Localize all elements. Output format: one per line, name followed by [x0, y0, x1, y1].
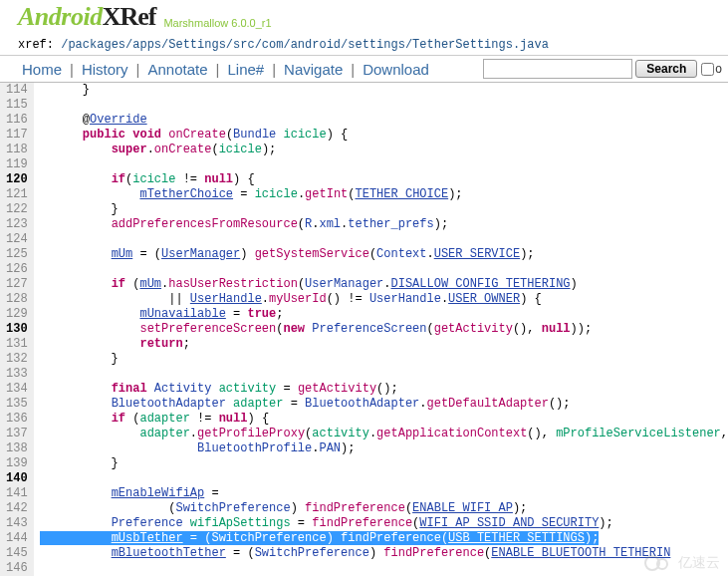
line-number[interactable]: 139 — [6, 456, 28, 471]
code-line[interactable]: return; — [40, 337, 728, 352]
line-number-gutter: 1141151161171181191201211221231241251261… — [0, 83, 34, 576]
line-number[interactable]: 128 — [6, 292, 28, 307]
code-line[interactable]: } — [40, 83, 728, 98]
line-number[interactable]: 136 — [6, 412, 28, 427]
line-number[interactable]: 141 — [6, 486, 28, 501]
line-number[interactable]: 146 — [6, 561, 28, 576]
line-number[interactable]: 127 — [6, 277, 28, 292]
code-line[interactable]: } — [40, 456, 728, 471]
source-code[interactable]: } @Override public void onCreate(Bundle … — [34, 83, 728, 576]
code-line[interactable]: addPreferencesFromResource(R.xml.tether_… — [40, 217, 728, 232]
line-number[interactable]: 126 — [6, 262, 28, 277]
code-line[interactable] — [40, 98, 728, 113]
line-number[interactable]: 131 — [6, 337, 28, 352]
line-number[interactable]: 125 — [6, 247, 28, 262]
line-number[interactable]: 120 — [6, 172, 28, 187]
code-line[interactable]: super.onCreate(icicle); — [40, 143, 728, 157]
line-number[interactable]: 121 — [6, 187, 28, 202]
breadcrumb: xref: /packages/apps/Settings/src/com/an… — [0, 32, 728, 56]
line-number[interactable]: 133 — [6, 367, 28, 382]
nav-history[interactable]: History — [74, 61, 136, 78]
xref-path[interactable]: /packages/apps/Settings/src/com/android/… — [61, 38, 549, 52]
nav-line[interactable]: Line# — [219, 61, 272, 78]
code-line[interactable] — [40, 471, 728, 486]
search-input[interactable] — [483, 59, 632, 79]
search-button[interactable]: Search — [635, 60, 697, 78]
header: Android XRef Marshmallow 6.0.0_r1 — [0, 0, 728, 32]
line-number[interactable]: 132 — [6, 352, 28, 367]
logo-android[interactable]: Android — [18, 2, 103, 32]
code-line[interactable]: mBluetoothTether = (SwitchPreference) fi… — [40, 546, 728, 561]
code-line[interactable] — [40, 232, 728, 247]
line-number[interactable]: 129 — [6, 307, 28, 322]
code-line[interactable]: (SwitchPreference) findPreference(ENABLE… — [40, 501, 728, 516]
code-line[interactable] — [40, 561, 728, 576]
line-number[interactable]: 142 — [6, 501, 28, 516]
code-line[interactable]: mUm = (UserManager) getSystemService(Con… — [40, 247, 728, 262]
line-number[interactable]: 130 — [6, 322, 28, 337]
line-number[interactable]: 138 — [6, 441, 28, 456]
line-number[interactable]: 115 — [6, 98, 28, 113]
line-number[interactable]: 122 — [6, 202, 28, 217]
line-number[interactable]: 123 — [6, 217, 28, 232]
code-line[interactable]: mTetherChoice = icicle.getInt(TETHER_CHO… — [40, 187, 728, 202]
code-line[interactable]: BluetoothAdapter adapter = BluetoothAdap… — [40, 397, 728, 412]
code-line[interactable]: setPreferenceScreen(new PreferenceScreen… — [40, 322, 728, 337]
code-line[interactable] — [40, 262, 728, 277]
full-search-checkbox[interactable] — [701, 63, 714, 76]
code-area: 1141151161171181191201211221231241251261… — [0, 83, 728, 576]
logo-xref[interactable]: XRef — [103, 2, 156, 32]
line-number[interactable]: 135 — [6, 397, 28, 412]
code-line[interactable]: mUnavailable = true; — [40, 307, 728, 322]
code-line[interactable]: if(icicle != null) { — [40, 172, 728, 187]
code-line[interactable]: } — [40, 202, 728, 217]
line-number[interactable]: 134 — [6, 382, 28, 397]
code-line[interactable]: BluetoothProfile.PAN); — [40, 441, 728, 456]
line-number[interactable]: 119 — [6, 157, 28, 172]
xref-prefix: xref: — [18, 38, 61, 52]
line-number[interactable]: 140 — [6, 471, 28, 486]
full-search-label: o — [715, 62, 722, 76]
nav-download[interactable]: Download — [355, 61, 437, 78]
code-line[interactable]: if (mUm.hasUserRestriction(UserManager.D… — [40, 277, 728, 292]
code-line[interactable]: @Override — [40, 113, 728, 128]
code-line[interactable] — [40, 157, 728, 172]
nav-navigate[interactable]: Navigate — [276, 61, 351, 78]
line-number[interactable]: 124 — [6, 232, 28, 247]
line-number[interactable]: 145 — [6, 546, 28, 561]
line-number[interactable]: 116 — [6, 113, 28, 128]
nav-home[interactable]: Home — [6, 61, 70, 78]
code-line[interactable]: Preference wifiApSettings = findPreferen… — [40, 516, 728, 531]
code-line[interactable]: final Activity activity = getActivity(); — [40, 382, 728, 397]
line-number[interactable]: 114 — [6, 83, 28, 98]
code-line[interactable]: } — [40, 352, 728, 367]
navbar: Home| History| Annotate| Line#| Navigate… — [0, 56, 728, 83]
code-line[interactable] — [40, 367, 728, 382]
version-label: Marshmallow 6.0.0_r1 — [163, 17, 271, 32]
code-line[interactable]: || UserHandle.myUserId() != UserHandle.U… — [40, 292, 728, 307]
nav-annotate[interactable]: Annotate — [140, 61, 216, 78]
code-line[interactable]: mEnableWifiAp = — [40, 486, 728, 501]
line-number[interactable]: 117 — [6, 128, 28, 143]
line-number[interactable]: 137 — [6, 427, 28, 441]
line-number[interactable]: 143 — [6, 516, 28, 531]
code-line[interactable]: mUsbTether = (SwitchPreference) findPref… — [40, 531, 728, 546]
line-number[interactable]: 144 — [6, 531, 28, 546]
code-line[interactable]: public void onCreate(Bundle icicle) { — [40, 128, 728, 143]
line-number[interactable]: 118 — [6, 143, 28, 157]
code-line[interactable]: if (adapter != null) { — [40, 412, 728, 427]
code-line[interactable]: adapter.getProfileProxy(activity.getAppl… — [40, 427, 728, 441]
